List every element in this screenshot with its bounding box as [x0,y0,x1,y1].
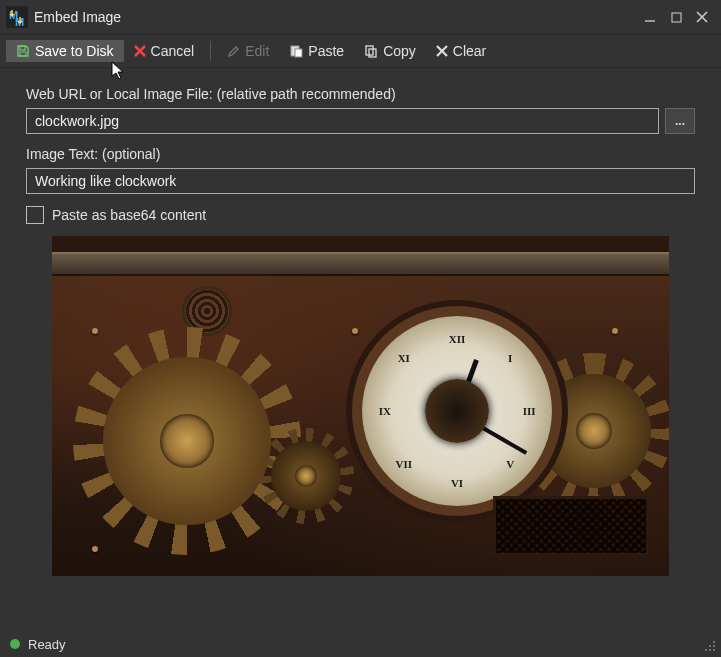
edit-icon [227,45,240,58]
svg-point-21 [709,649,711,651]
status-text: Ready [28,637,66,652]
copy-button[interactable]: Copy [354,40,426,62]
toolbar: Save to Disk Cancel Edit Paste Copy Clea… [0,34,721,68]
cancel-icon [134,45,146,57]
svg-rect-12 [295,49,302,57]
toolbar-separator [210,41,211,61]
svg-rect-4 [672,13,681,22]
url-input[interactable] [26,108,659,134]
statusbar: Ready [0,631,721,657]
preview-container: XII I III V VI VII IX XI [0,230,721,576]
svg-point-19 [713,645,715,647]
svg-point-20 [705,649,707,651]
clear-button-label: Clear [453,43,486,59]
save-icon [16,44,30,58]
svg-point-18 [709,645,711,647]
maximize-button[interactable] [663,4,689,30]
svg-point-17 [713,641,715,643]
image-text-row [26,168,695,194]
base64-label: Paste as base64 content [52,207,206,223]
image-text-input[interactable] [26,168,695,194]
content-area: Web URL or Local Image File: (relative p… [0,68,721,230]
copy-button-label: Copy [383,43,416,59]
copy-icon [364,44,378,58]
close-button[interactable] [689,4,715,30]
app-icon: M M [6,6,28,28]
paste-icon [289,44,303,58]
svg-rect-7 [20,46,25,50]
minimize-button[interactable] [637,4,663,30]
clear-button[interactable]: Clear [426,40,496,62]
paste-button-label: Paste [308,43,344,59]
url-row: ... [26,108,695,134]
titlebar: M M Embed Image [0,0,721,34]
cancel-button[interactable]: Cancel [124,40,205,62]
cancel-button-label: Cancel [151,43,195,59]
paste-button[interactable]: Paste [279,40,354,62]
clear-icon [436,45,448,57]
svg-point-22 [713,649,715,651]
browse-button[interactable]: ... [665,108,695,134]
save-button-label: Save to Disk [35,43,114,59]
edit-button: Edit [217,40,279,62]
image-preview: XII I III V VI VII IX XI [52,236,669,576]
browse-button-label: ... [675,114,685,128]
status-indicator-icon [10,639,20,649]
base64-checkbox[interactable] [26,206,44,224]
save-button[interactable]: Save to Disk [6,40,124,62]
base64-row: Paste as base64 content [26,206,695,224]
edit-button-label: Edit [245,43,269,59]
resize-grip[interactable] [703,639,717,653]
window-title: Embed Image [34,9,121,25]
image-text-label: Image Text: (optional) [26,146,695,162]
url-field-label: Web URL or Local Image File: (relative p… [26,86,695,102]
